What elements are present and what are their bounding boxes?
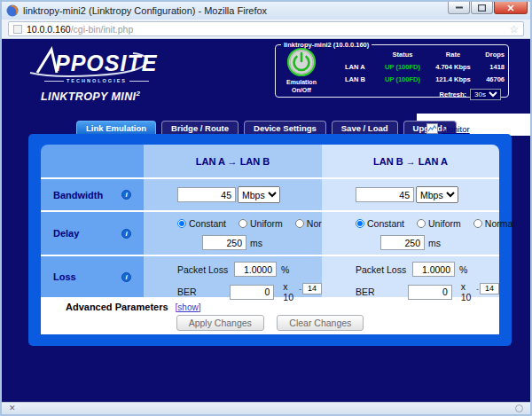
loss-cell-b: Packet Loss % BER x 10 - [322,256,499,297]
addon-bar: ✕ [2,402,530,414]
bandwidth-input-b[interactable] [356,187,414,202]
refresh-select[interactable]: 30s [470,89,501,100]
lan-b-status: UP (100FD) [377,75,428,83]
delay-constant-radio-b[interactable] [356,219,364,228]
apply-changes-button[interactable]: Apply Changes [176,315,264,331]
monitor-link[interactable]: Monitor [442,124,470,134]
logo-rule-left [44,81,64,82]
link-emulation-panel: LAN A → LAN B LAN B → LAN A Bandwidth Mb… [28,134,512,346]
packet-loss-label-b: Packet Loss [356,264,412,275]
delay-constant-label-a[interactable]: Constant [189,218,226,229]
delay-input-b[interactable] [380,235,425,250]
maximize-button[interactable] [471,2,493,14]
delay-uniform-radio-b[interactable] [417,219,426,228]
advanced-parameters-label: Advanced Parameters [66,302,168,312]
addon-bar-status-icon[interactable] [515,404,523,412]
ber-exp-minus-a: - [299,285,301,293]
status-col-header: Status [377,51,428,59]
emulation-power-button[interactable] [286,47,317,77]
lan-a-status: UP (100FD) [377,63,428,71]
ber-exponent-input-b[interactable] [480,283,499,294]
ber-exp-prefix-a: x 10 [283,281,297,302]
loss-info-icon[interactable] [121,272,131,282]
delay-unit-b: ms [428,238,441,248]
delay-value-line-b: ms [380,235,499,250]
loss-row: Loss Packet Loss % BER [41,255,499,297]
ber-exponent-input-a[interactable] [302,283,322,294]
emulation-onoff-label: Emulation On/Off [276,78,327,94]
ber-exponent-wrap-a: x 10 - [278,281,322,302]
clear-changes-button[interactable]: Clear Changes [277,315,364,331]
status-panel: linktropy-mini2 (10.0.0.160) Emulation O… [275,41,509,98]
delay-uniform-label-b[interactable]: Uniform [428,218,461,229]
url-bar[interactable]: 10.0.0.160/cgi-bin/init.php ☆ [8,21,524,36]
minimize-button[interactable] [448,2,470,14]
ber-line-b: BER x 10 - [356,281,499,302]
advanced-show-link[interactable]: [show] [176,302,201,312]
delay-cell-b: Constant Uniform Normal ms [322,212,499,255]
url-host: 10.0.0.160 [27,24,71,35]
bandwidth-cell-b: Mbps [322,179,499,210]
delay-info-icon[interactable] [121,229,131,239]
loss-cell-a: Packet Loss % BER x 10 - [144,256,322,297]
bandwidth-unit-select-a[interactable]: Mbps [238,186,280,203]
percent-sign-a: % [281,264,289,275]
delay-row: Delay Constant Uniform Normal ms [41,210,499,255]
delay-input-a[interactable] [202,235,246,250]
bandwidth-row: Bandwidth Mbps Mbps [41,177,499,210]
bandwidth-input-a[interactable] [177,187,236,202]
packet-loss-label-a: Packet Loss [177,264,234,275]
header-label-spacer [41,145,144,177]
delay-uniform-label-a[interactable]: Uniform [250,218,283,229]
delay-normal-radio-a[interactable] [295,219,304,228]
loss-label-cell: Loss [41,256,144,297]
ber-label-a: BER [177,286,230,297]
delay-constant-radio-a[interactable] [177,219,186,228]
favicon-placeholder-icon [13,25,22,34]
addon-bar-close-icon[interactable]: ✕ [9,404,16,412]
delay-constant-label-b[interactable]: Constant [367,218,404,229]
rate-col-header: Rate [428,51,478,59]
ber-exp-minus-b: - [476,285,479,293]
ber-input-a[interactable] [230,285,274,300]
apposite-logo: PPOSITE TECHNOLOGIES [25,46,167,83]
refresh-label: Refresh: [440,90,466,98]
monitor-chart-icon [426,123,438,134]
packet-loss-input-a[interactable] [234,262,277,277]
packet-loss-input-b[interactable] [412,262,455,277]
bandwidth-info-icon[interactable] [121,190,131,200]
bookmark-star-icon[interactable]: ☆ [509,24,519,35]
delay-normal-label-b[interactable]: Normal [485,218,515,229]
ber-exponent-wrap-b: x 10 - [457,281,499,302]
lan-b-rate: 121.4 Kbps [428,75,478,83]
bandwidth-unit-select-b[interactable]: Mbps [416,186,458,203]
lan-a-label: LAN A [345,63,375,71]
lan-a-rate: 4.704 Kbps [428,63,478,71]
ber-input-b[interactable] [408,285,452,300]
close-button[interactable] [494,2,528,14]
product-name-text: LINKTROPY MINI [41,90,136,103]
percent-sign-b: % [459,264,467,275]
logo-subtitle: TECHNOLOGIES [44,78,149,83]
logo-rule-right [129,81,149,82]
apposite-logo-icon: PPOSITE [25,46,167,78]
url-text[interactable]: 10.0.0.160/cgi-bin/init.php [27,24,133,35]
advanced-parameters-line: Advanced Parameters [show] [41,302,499,312]
lan-a-drops: 1418 [478,63,505,71]
emulation-label-line1: Emulation [276,78,327,86]
monitor-link-wrap: Monitor [426,123,470,134]
delay-normal-radio-b[interactable] [473,219,482,228]
advanced-parameters-strip: Advanced Parameters [show] Apply Changes… [41,297,499,334]
loss-label: Loss [53,271,76,282]
drops-col-header: Drops [478,51,505,59]
lan-b-label: LAN B [345,75,375,83]
refresh-control: Refresh: 30s [440,89,501,100]
lan-b-drops: 46706 [478,75,505,83]
page-content: PPOSITE TECHNOLOGIES LINKTROPY MINI2 lin… [2,39,530,402]
form-buttons: Apply Changes Clear Changes [41,314,499,331]
delay-label-cell: Delay [41,212,144,255]
product-name-sup: 2 [136,90,140,98]
header-lan-b-to-a: LAN B → LAN A [322,145,499,177]
ber-exp-prefix-b: x 10 [461,281,475,302]
delay-uniform-radio-a[interactable] [239,219,247,228]
